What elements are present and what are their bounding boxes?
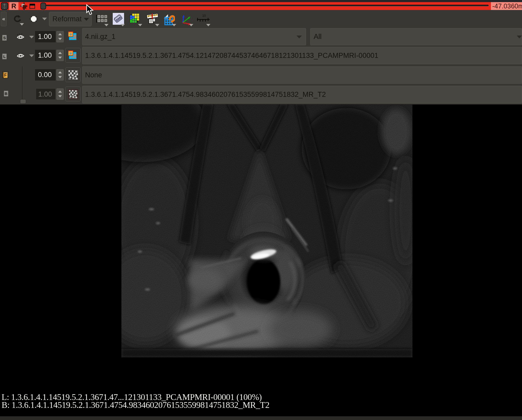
svg-text:10: 10 <box>202 14 206 18</box>
